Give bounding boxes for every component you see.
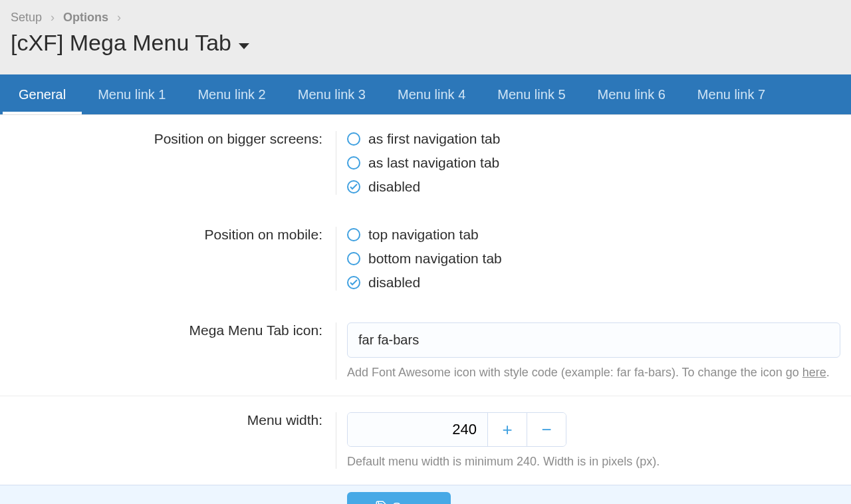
label-width: Menu width:: [0, 412, 336, 469]
label-position-bigger: Position on bigger screens:: [0, 131, 336, 195]
icon-hint-link[interactable]: here: [802, 366, 826, 379]
minus-icon: −: [541, 420, 551, 440]
radio-label: disabled: [368, 275, 420, 291]
decrement-button[interactable]: −: [527, 413, 566, 446]
radio-bottom-nav-tab[interactable]: bottom navigation tab: [347, 251, 840, 267]
tab-menu-link-3[interactable]: Menu link 3: [282, 75, 382, 114]
caret-down-icon: [238, 30, 250, 56]
width-hint: Default menu width is minimum 240. Width…: [347, 455, 840, 469]
tab-menu-link-5[interactable]: Menu link 5: [481, 75, 581, 114]
radio-icon: [347, 252, 360, 265]
width-input[interactable]: [348, 413, 487, 446]
chevron-right-icon: ›: [51, 11, 55, 24]
radio-first-nav-tab[interactable]: as first navigation tab: [347, 131, 840, 147]
radio-label: top navigation tab: [368, 227, 479, 243]
page-title-text: [cXF] Mega Menu Tab: [11, 30, 231, 56]
save-icon: [375, 500, 387, 504]
radio-icon: [347, 156, 360, 170]
breadcrumb-item-options[interactable]: Options: [63, 11, 108, 24]
radio-icon: [347, 132, 360, 146]
radio-checked-icon: [347, 276, 360, 289]
page-title[interactable]: [cXF] Mega Menu Tab: [11, 30, 250, 56]
radio-checked-icon: [347, 180, 360, 193]
chevron-right-icon: ›: [117, 11, 121, 24]
label-icon: Mega Menu Tab icon:: [0, 322, 336, 380]
save-bar: Save: [0, 485, 851, 504]
icon-input[interactable]: [347, 322, 840, 358]
tab-menu-link-6[interactable]: Menu link 6: [582, 75, 681, 114]
radio-label: disabled: [368, 179, 420, 195]
tab-general[interactable]: General: [3, 75, 82, 114]
radio-top-nav-tab[interactable]: top navigation tab: [347, 227, 840, 243]
increment-button[interactable]: +: [487, 413, 527, 446]
radio-disabled-bigger[interactable]: disabled: [347, 179, 840, 195]
tab-menu-link-1[interactable]: Menu link 1: [82, 75, 182, 114]
tab-menu-link-7[interactable]: Menu link 7: [681, 75, 781, 114]
tab-bar: General Menu link 1 Menu link 2 Menu lin…: [0, 74, 851, 114]
radio-icon: [347, 228, 360, 241]
save-button[interactable]: Save: [347, 492, 451, 504]
label-position-mobile: Position on mobile:: [0, 227, 336, 291]
radio-label: as last navigation tab: [368, 155, 499, 171]
icon-hint: Add Font Awesome icon with style code (e…: [347, 366, 840, 380]
breadcrumb-item-setup[interactable]: Setup: [11, 11, 42, 24]
radio-last-nav-tab[interactable]: as last navigation tab: [347, 155, 840, 171]
radio-label: as first navigation tab: [368, 131, 500, 147]
breadcrumb: Setup › Options ›: [0, 0, 851, 25]
save-label: Save: [392, 500, 423, 504]
options-panel: Position on bigger screens: as first nav…: [0, 114, 851, 504]
radio-disabled-mobile[interactable]: disabled: [347, 275, 840, 291]
plus-icon: +: [502, 420, 512, 440]
width-stepper: + −: [347, 412, 566, 447]
radio-label: bottom navigation tab: [368, 251, 502, 267]
tab-menu-link-2[interactable]: Menu link 2: [182, 75, 281, 114]
tab-menu-link-4[interactable]: Menu link 4: [382, 75, 481, 114]
